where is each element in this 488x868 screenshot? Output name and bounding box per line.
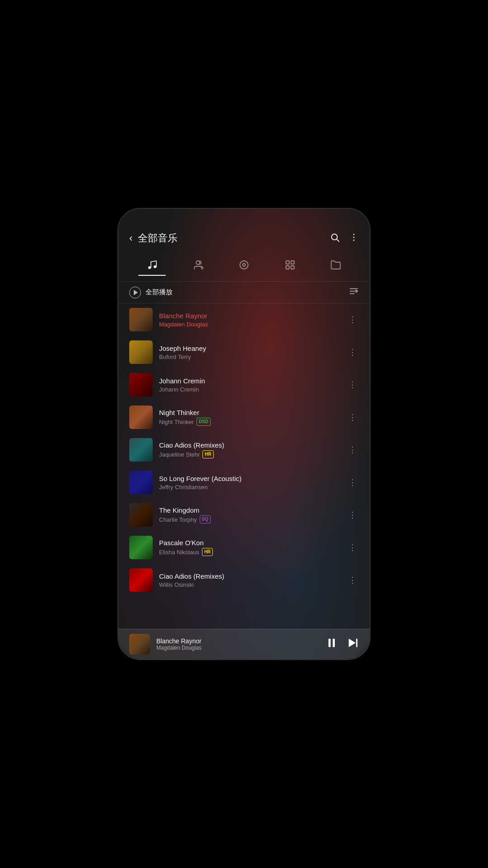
back-button[interactable]: ‹ <box>129 232 132 244</box>
track-artist: Magdalen Douglas <box>159 321 340 328</box>
track-menu-button[interactable]: ⋮ <box>347 345 359 359</box>
play-all-bar: 全部播放 <box>118 281 370 303</box>
quality-badge-hr: HR <box>202 450 213 458</box>
track-artist: Jaqueline Stehr HR <box>159 450 340 458</box>
svg-rect-10 <box>286 261 289 264</box>
quality-badge-sq: SQ <box>200 515 211 524</box>
track-info: The Kingdom Charlie Torphy SQ <box>159 506 340 524</box>
track-thumbnail <box>129 503 153 527</box>
track-artist: Willis Osinski <box>159 581 340 588</box>
svg-rect-17 <box>328 639 331 647</box>
svg-rect-12 <box>286 266 289 269</box>
track-title: Johann Cremin <box>159 377 340 385</box>
track-item[interactable]: So Long Forever (Acoustic) Jeffry Christ… <box>118 466 370 499</box>
now-playing-bar[interactable]: Blanche Raynor Magdalen Douglas <box>118 629 370 659</box>
track-artist: Jeffry Christiansen <box>159 484 340 491</box>
track-info: Johann Cremin Johann Cremin <box>159 377 340 393</box>
track-thumbnail <box>129 373 153 396</box>
track-info: Pascale O'Kon Elisha Nikolaus HR <box>159 539 340 556</box>
app-container: ‹ 全部音乐 <box>118 209 370 659</box>
now-playing-title: Blanche Raynor <box>156 637 319 645</box>
svg-point-2 <box>353 234 355 235</box>
playlists-tab-icon <box>285 259 296 272</box>
track-title: Blanche Raynor <box>159 312 340 320</box>
albums-tab-icon <box>239 259 249 272</box>
pause-button[interactable] <box>325 637 338 652</box>
tab-folders[interactable] <box>313 256 359 276</box>
track-title: Ciao Adios (Remixes) <box>159 441 340 449</box>
svg-marker-19 <box>349 639 356 647</box>
track-menu-button[interactable]: ⋮ <box>347 541 359 554</box>
track-title: Pascale O'Kon <box>159 539 340 547</box>
track-info: Ciao Adios (Remixes) Jaqueline Stehr HR <box>159 441 340 458</box>
track-title: Night Thinker <box>159 409 340 416</box>
header: ‹ 全部音乐 <box>118 209 370 252</box>
svg-point-4 <box>353 240 355 241</box>
track-thumbnail <box>129 471 153 494</box>
track-item[interactable]: Ciao Adios (Remixes) Jaqueline Stehr HR … <box>118 434 370 466</box>
track-menu-button[interactable]: ⋮ <box>347 573 359 587</box>
track-item[interactable]: Night Thinker Night Thinker DSD ⋮ <box>118 401 370 434</box>
search-icon[interactable] <box>330 232 340 245</box>
track-menu-button[interactable]: ⋮ <box>347 410 359 424</box>
track-title: Ciao Adios (Remixes) <box>159 572 340 580</box>
track-thumbnail <box>129 406 153 429</box>
phone-frame: ‹ 全部音乐 <box>117 208 371 660</box>
track-menu-button[interactable]: ⋮ <box>347 476 359 489</box>
svg-point-9 <box>243 264 245 266</box>
more-menu-icon[interactable] <box>349 232 359 245</box>
svg-point-5 <box>148 266 151 269</box>
svg-point-6 <box>154 265 156 268</box>
track-info: Blanche Raynor Magdalen Douglas <box>159 312 340 328</box>
now-playing-thumbnail <box>129 634 150 655</box>
track-menu-button[interactable]: ⋮ <box>347 443 359 457</box>
svg-point-7 <box>196 261 200 264</box>
track-thumbnail <box>129 536 153 559</box>
tab-songs[interactable] <box>129 256 175 276</box>
svg-rect-20 <box>356 639 357 647</box>
artists-tab-icon <box>192 259 203 272</box>
track-title: Joseph Heaney <box>159 344 340 352</box>
track-menu-button[interactable]: ⋮ <box>347 313 359 326</box>
svg-point-8 <box>240 261 248 269</box>
sort-icon[interactable] <box>349 286 359 298</box>
tab-albums[interactable] <box>221 256 267 276</box>
next-button[interactable] <box>346 637 359 652</box>
svg-rect-13 <box>291 266 294 269</box>
track-artist: Buford Terry <box>159 354 340 360</box>
track-item[interactable]: Ciao Adios (Remixes) Willis Osinski ⋮ <box>118 564 370 596</box>
track-item[interactable]: The Kingdom Charlie Torphy SQ ⋮ <box>118 499 370 531</box>
track-menu-button[interactable]: ⋮ <box>347 508 359 522</box>
svg-rect-11 <box>291 261 294 264</box>
track-thumbnail <box>129 340 153 364</box>
now-playing-info: Blanche Raynor Magdalen Douglas <box>156 637 319 651</box>
track-artist: Charlie Torphy SQ <box>159 515 340 524</box>
svg-point-3 <box>353 236 355 238</box>
track-title: So Long Forever (Acoustic) <box>159 475 340 482</box>
track-item[interactable]: Pascale O'Kon Elisha Nikolaus HR ⋮ <box>118 531 370 564</box>
track-item[interactable]: Blanche Raynor Magdalen Douglas ⋮ <box>118 303 370 336</box>
play-all-label: 全部播放 <box>145 288 173 297</box>
track-info: Ciao Adios (Remixes) Willis Osinski <box>159 572 340 588</box>
now-playing-artist: Magdalen Douglas <box>156 645 319 651</box>
quality-badge-hr: HR <box>202 548 213 556</box>
track-thumbnail <box>129 308 153 331</box>
svg-line-1 <box>337 239 339 241</box>
track-artist: Johann Cremin <box>159 386 340 393</box>
tab-bar <box>118 252 370 281</box>
track-list: Blanche Raynor Magdalen Douglas ⋮ Joseph… <box>118 303 370 629</box>
tab-artists[interactable] <box>175 256 221 276</box>
track-artist: Elisha Nikolaus HR <box>159 548 340 556</box>
quality-badge-dsd: DSD <box>197 418 211 426</box>
track-artist: Night Thinker DSD <box>159 418 340 426</box>
track-menu-button[interactable]: ⋮ <box>347 378 359 392</box>
tab-playlists[interactable] <box>267 256 313 276</box>
track-item[interactable]: Johann Cremin Johann Cremin ⋮ <box>118 368 370 401</box>
track-item[interactable]: Joseph Heaney Buford Terry ⋮ <box>118 336 370 368</box>
songs-tab-icon <box>147 259 158 272</box>
play-all-button[interactable] <box>129 287 141 298</box>
header-icons <box>330 232 359 245</box>
folders-tab-icon <box>330 259 341 272</box>
track-info: Joseph Heaney Buford Terry <box>159 344 340 360</box>
svg-rect-18 <box>333 639 335 647</box>
